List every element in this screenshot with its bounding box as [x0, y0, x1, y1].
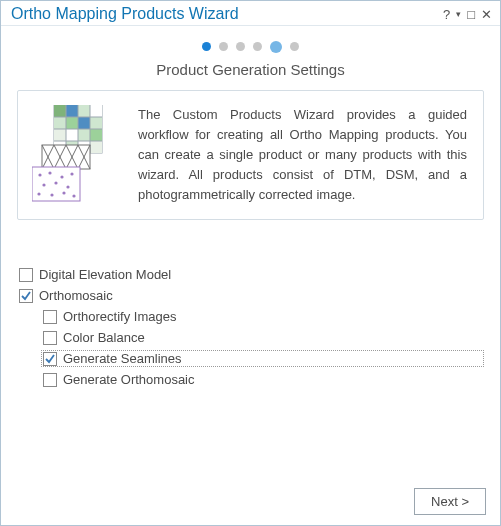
checkbox-label: Orthomosaic: [39, 288, 113, 303]
checkbox-generate-orthomosaic[interactable]: Generate Orthomosaic: [41, 371, 484, 388]
svg-rect-9: [54, 129, 66, 141]
svg-point-25: [38, 173, 41, 176]
svg-point-27: [60, 175, 63, 178]
svg-rect-1: [54, 105, 66, 117]
options-group: Digital Elevation Model Orthomosaic Orth…: [17, 262, 484, 392]
step-dot-1: [202, 42, 211, 51]
wizard-window: Ortho Mapping Products Wizard ? ▾ □ ✕ Pr…: [0, 0, 501, 526]
svg-rect-7: [78, 117, 90, 129]
checkbox-box: [43, 331, 57, 345]
checkbox-orthomosaic[interactable]: Orthomosaic: [17, 287, 484, 304]
svg-rect-5: [54, 117, 66, 129]
title-bar: Ortho Mapping Products Wizard ? ▾ □ ✕: [1, 1, 500, 26]
svg-rect-6: [66, 117, 78, 129]
checkbox-box: [19, 268, 33, 282]
page-subtitle: Product Generation Settings: [17, 61, 484, 78]
step-dot-4: [253, 42, 262, 51]
step-indicator: [17, 42, 484, 53]
svg-rect-3: [78, 105, 90, 117]
svg-rect-23: [42, 145, 90, 169]
close-icon[interactable]: ✕: [481, 8, 492, 21]
checkbox-box: [43, 352, 57, 366]
step-dot-2: [219, 42, 228, 51]
svg-point-32: [37, 192, 40, 195]
next-button[interactable]: Next >: [414, 488, 486, 515]
checkbox-box: [43, 310, 57, 324]
svg-rect-2: [66, 105, 78, 117]
svg-point-30: [54, 181, 57, 184]
window-controls: ? ▾ □ ✕: [443, 8, 492, 21]
checkbox-label: Color Balance: [63, 330, 145, 345]
svg-rect-16: [90, 141, 102, 153]
step-dot-6: [290, 42, 299, 51]
step-dot-3: [236, 42, 245, 51]
svg-rect-8: [90, 117, 102, 129]
checkbox-generate-seamlines[interactable]: Generate Seamlines: [41, 350, 484, 367]
window-title: Ortho Mapping Products Wizard: [11, 5, 239, 23]
maximize-icon[interactable]: □: [467, 8, 475, 21]
svg-point-34: [62, 191, 65, 194]
svg-point-26: [48, 171, 51, 174]
svg-point-35: [72, 194, 75, 197]
svg-rect-11: [78, 129, 90, 141]
checkbox-label: Generate Orthomosaic: [63, 372, 195, 387]
dropdown-icon[interactable]: ▾: [456, 10, 461, 19]
checkbox-orthorectify[interactable]: Orthorectify Images: [41, 308, 484, 325]
step-dot-5: [270, 41, 282, 53]
svg-rect-10: [66, 129, 78, 141]
info-text: The Custom Products Wizard provides a gu…: [138, 105, 467, 206]
help-icon[interactable]: ?: [443, 8, 450, 21]
info-panel: The Custom Products Wizard provides a gu…: [17, 90, 484, 221]
svg-point-28: [70, 172, 73, 175]
products-graphic-icon: [32, 105, 122, 205]
footer: Next >: [1, 482, 500, 525]
checkbox-box: [19, 289, 33, 303]
svg-point-33: [50, 193, 53, 196]
checkbox-box: [43, 373, 57, 387]
svg-point-29: [42, 183, 45, 186]
svg-rect-12: [90, 129, 102, 141]
checkbox-color-balance[interactable]: Color Balance: [41, 329, 484, 346]
checkbox-dem[interactable]: Digital Elevation Model: [17, 266, 484, 283]
svg-point-31: [66, 185, 69, 188]
svg-rect-4: [90, 105, 102, 117]
wizard-body: Product Generation Settings: [1, 26, 500, 482]
checkbox-label: Orthorectify Images: [63, 309, 176, 324]
checkbox-label: Digital Elevation Model: [39, 267, 171, 282]
checkbox-label: Generate Seamlines: [63, 351, 182, 366]
